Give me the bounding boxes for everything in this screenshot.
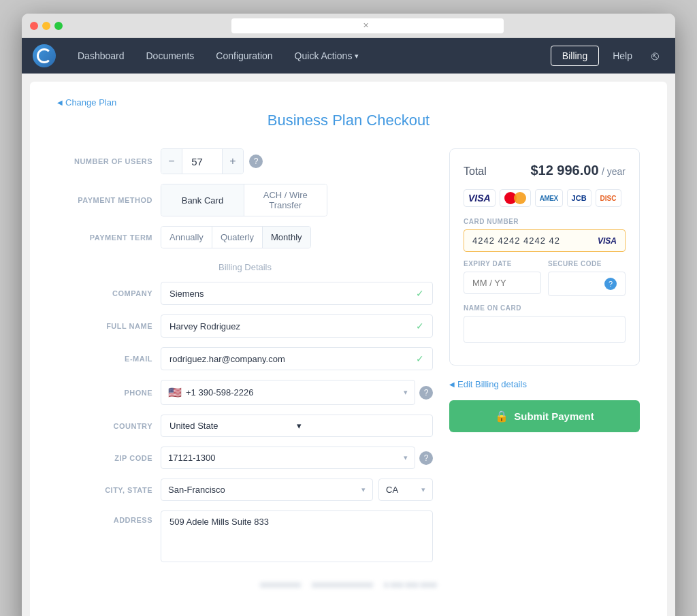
- phone-help-icon[interactable]: ?: [419, 386, 433, 400]
- users-input[interactable]: [182, 149, 223, 174]
- logo-ring: [37, 48, 52, 63]
- payment-method-row: PAYMENT METHOD Bank Card ACH / Wire Tran…: [57, 184, 433, 216]
- payment-term-group: Annually Quaterly Monthly: [161, 226, 311, 248]
- name-on-card-group: NAME ON CARD: [464, 304, 626, 343]
- expiry-wrap: [464, 272, 541, 294]
- logout-icon[interactable]: ⎋: [646, 46, 664, 66]
- amex-logo: AMEX: [535, 189, 563, 207]
- email-input-wrap: ✓: [161, 347, 433, 370]
- zip-label: ZIP CODE: [57, 454, 152, 462]
- billing-button[interactable]: Billing: [551, 46, 599, 66]
- users-stepper: − +: [161, 148, 244, 174]
- zip-input[interactable]: [168, 453, 401, 463]
- card-number-group: CARD NUMBER VISA: [464, 218, 626, 252]
- lock-icon: 🔒: [495, 410, 508, 423]
- footer-bar: xxxxxxxxxx xxxxxxxxxxxxxxx x-xxx-xxx-xxx…: [57, 572, 640, 598]
- zip-field: ▾: [161, 447, 415, 469]
- expiry-label: EXPIRY DATE: [464, 260, 541, 268]
- city-state-label: CITY, STATE: [57, 486, 152, 494]
- email-checkmark-icon: ✓: [416, 353, 424, 364]
- country-value: United State: [169, 421, 297, 431]
- total-card: Total $12 996.00 / year VISA: [449, 148, 640, 366]
- users-control: − + ?: [161, 148, 433, 174]
- fullname-input[interactable]: [169, 321, 412, 331]
- ach-wire-button[interactable]: ACH / Wire Transfer: [244, 184, 327, 216]
- expiry-input[interactable]: [472, 278, 532, 288]
- phone-wrap: 🇺🇸 ▾ ?: [161, 380, 433, 405]
- state-input[interactable]: [386, 485, 419, 495]
- help-link[interactable]: Help: [604, 50, 641, 61]
- edit-billing-link[interactable]: Edit Billing details: [449, 379, 527, 389]
- footer-item-3: x-xxx-xxx-xxxx: [384, 580, 437, 589]
- country-row: COUNTRY United State ▾: [57, 415, 433, 437]
- payment-term-control: Annually Quaterly Monthly: [161, 226, 433, 248]
- maximize-button[interactable]: [54, 22, 63, 30]
- city-chevron-icon[interactable]: ▾: [361, 485, 366, 494]
- address-input[interactable]: 509 Adele Mills Suite 833: [169, 517, 424, 553]
- secure-help-icon[interactable]: ?: [604, 278, 617, 290]
- phone-chevron-icon[interactable]: ▾: [404, 388, 408, 397]
- total-amount-wrap: $12 996.00 / year: [530, 163, 626, 178]
- secure-input[interactable]: [557, 279, 604, 289]
- traffic-lights: [30, 22, 63, 30]
- card-number-label: CARD NUMBER: [464, 218, 626, 225]
- company-row: COMPANY ✓: [57, 282, 433, 305]
- phone-row: PHONE 🇺🇸 ▾ ?: [57, 380, 433, 405]
- bank-card-button[interactable]: Bank Card: [161, 184, 244, 216]
- jcb-text: JCB: [572, 194, 587, 202]
- zip-chevron-icon[interactable]: ▾: [404, 453, 408, 462]
- nav-configuration[interactable]: Configuration: [205, 38, 283, 74]
- zip-help-icon[interactable]: ?: [419, 451, 433, 465]
- card-type-icon: VISA: [598, 236, 617, 246]
- country-control: United State ▾: [161, 415, 433, 437]
- company-checkmark-icon: ✓: [416, 288, 424, 299]
- payment-method-control: Bank Card ACH / Wire Transfer: [161, 184, 433, 216]
- app-logo: [33, 44, 56, 67]
- title-bar: ✕: [22, 14, 675, 38]
- state-chevron-icon[interactable]: ▾: [421, 485, 425, 494]
- phone-field: 🇺🇸 ▾: [161, 380, 415, 405]
- email-input[interactable]: [169, 354, 412, 364]
- form-content: NUMBER OF USERS − + ? PAYMENT METHOD: [57, 148, 640, 572]
- url-close-icon: ✕: [363, 21, 369, 30]
- country-dropdown[interactable]: United State ▾: [161, 415, 433, 437]
- company-input[interactable]: [169, 289, 412, 299]
- phone-input[interactable]: [186, 387, 401, 398]
- quarterly-button[interactable]: Quaterly: [212, 227, 263, 248]
- discover-logo: DISC: [596, 189, 621, 207]
- users-label: NUMBER OF USERS: [57, 157, 152, 165]
- address-control: 509 Adele Mills Suite 833: [161, 510, 433, 562]
- state-field: ▾: [378, 479, 433, 501]
- secure-label: SECURE CODE: [548, 260, 626, 268]
- card-number-input[interactable]: [472, 236, 592, 246]
- city-input[interactable]: [168, 485, 359, 495]
- users-help-icon[interactable]: ?: [249, 155, 263, 168]
- footer-item-2: xxxxxxxxxxxxxxx: [312, 580, 373, 589]
- fullname-row: FULL NAME ✓: [57, 314, 433, 338]
- zip-control: ▾ ?: [161, 447, 433, 469]
- nav-dashboard[interactable]: Dashboard: [67, 38, 135, 74]
- nav-quick-actions[interactable]: Quick Actions ▾: [284, 38, 370, 74]
- name-on-card-label: NAME ON CARD: [464, 304, 626, 312]
- visa-logo: VISA: [464, 189, 496, 207]
- name-on-card-input[interactable]: [472, 323, 617, 334]
- phone-control: 🇺🇸 ▾ ?: [161, 380, 433, 405]
- annually-button[interactable]: Annually: [161, 227, 212, 248]
- nav-documents[interactable]: Documents: [135, 38, 206, 74]
- users-increment-button[interactable]: +: [223, 149, 243, 174]
- phone-flag-icon: 🇺🇸: [168, 386, 182, 399]
- close-button[interactable]: [30, 22, 38, 30]
- fullname-label: FULL NAME: [57, 322, 152, 330]
- submit-payment-button[interactable]: 🔒 Submit Payment: [449, 400, 640, 432]
- nav-actions: Billing Help ⎋: [551, 46, 664, 66]
- back-link[interactable]: Change Plan: [57, 97, 116, 108]
- total-period: / year: [602, 166, 626, 177]
- email-control: ✓: [161, 347, 433, 370]
- secure-group: SECURE CODE ?: [548, 260, 626, 296]
- users-decrement-button[interactable]: −: [161, 149, 182, 174]
- right-panel: Total $12 996.00 / year VISA: [449, 148, 640, 572]
- monthly-button[interactable]: Monthly: [263, 227, 310, 248]
- total-row: Total $12 996.00 / year: [464, 163, 626, 178]
- minimize-button[interactable]: [42, 22, 50, 30]
- email-label: E-MAIL: [57, 355, 152, 363]
